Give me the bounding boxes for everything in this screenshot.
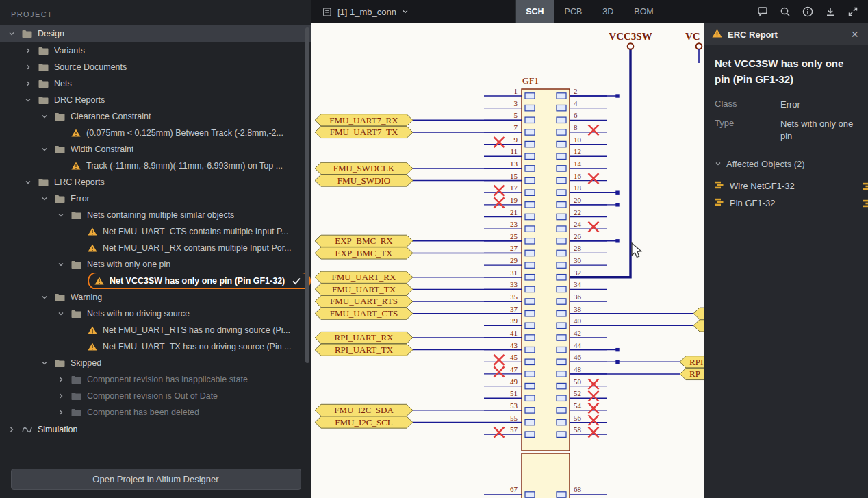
chevron-right-icon[interactable] — [25, 47, 38, 54]
tree-node-variants[interactable]: Variants — [0, 42, 311, 59]
tree-node-label: Net FMU_UART_CTS contains multiple Input… — [103, 227, 288, 236]
violation-item-track-11mm-8-9mm-11mm-6-993mm-on-top[interactable]: Track (-11mm,-8.9mm)(-11mm,-6.993mm) on … — [0, 158, 311, 174]
chevron-down-icon[interactable] — [25, 97, 38, 103]
svg-text:20: 20 — [574, 196, 582, 204]
tree-node-label: Skipped — [71, 358, 101, 368]
folder-icon — [71, 260, 81, 269]
chevron-down-icon[interactable] — [25, 179, 38, 186]
violation-item-net-vcc3sw-has-only-one-pin-pin-gf1-32[interactable]: Net VCC3SW has only one pin (Pin GF1-32) — [0, 273, 311, 289]
svg-text:36: 36 — [574, 292, 582, 301]
svg-text:15: 15 — [510, 172, 518, 180]
close-icon[interactable]: × — [850, 28, 860, 40]
svg-text:31: 31 — [510, 269, 518, 277]
chevron-down-icon[interactable] — [41, 146, 55, 153]
svg-text:5: 5 — [514, 111, 518, 119]
project-tree: DesignVariantsSource DocumentsNetsDRC Re… — [0, 23, 311, 460]
chevron-right-icon[interactable] — [25, 64, 38, 71]
tree-node-design[interactable]: Design — [0, 25, 311, 42]
chevron-down-icon[interactable] — [41, 294, 55, 301]
tree-node-simulation[interactable]: Simulation — [0, 421, 311, 438]
chevron-down-icon[interactable] — [58, 310, 71, 317]
document-selector[interactable]: [1] 1_mb_conn — [322, 6, 409, 18]
crossprobe-icon[interactable] — [863, 182, 868, 190]
download-icon[interactable] — [824, 5, 837, 18]
tree-node-clearance-constraint[interactable]: Clearance Constraint — [0, 108, 311, 125]
violation-item-0-075mm-0-125mm-between-track-2-8mm-2[interactable]: (0.075mm < 0.125mm) Between Track (-2.8m… — [0, 125, 311, 141]
tree-node-nets[interactable]: Nets — [0, 75, 311, 92]
svg-text:25: 25 — [510, 232, 518, 240]
svg-text:EXP_BMC_RX: EXP_BMC_RX — [335, 236, 393, 246]
chevron-down-icon[interactable] — [8, 30, 22, 37]
chevron-down-icon[interactable] — [41, 360, 55, 366]
search-icon[interactable] — [779, 5, 791, 18]
tree-node-component-has-been-deleted[interactable]: Component has been deleted — [0, 404, 311, 421]
tab-pcb[interactable]: PCB — [554, 0, 593, 23]
tree-node-erc-reports[interactable]: ERC Reports — [0, 174, 311, 190]
affected-object-pin-gf1-32[interactable]: Pin GF1-32 — [715, 195, 857, 212]
svg-text:13: 13 — [510, 160, 518, 168]
folder-icon — [22, 29, 32, 38]
comment-icon[interactable] — [756, 5, 769, 18]
tree-node-skipped[interactable]: Skipped — [0, 355, 311, 371]
tree-node-component-revision-has-inapplicable-state[interactable]: Component revision has inapplicable stat… — [0, 371, 311, 388]
folder-icon — [71, 392, 81, 401]
sidebar-scrollbar[interactable] — [305, 27, 309, 363]
violation-item-net-fmu-uart-tx-has-no-driving-source-pin[interactable]: Net FMU_UART_TX has no driving source (P… — [0, 338, 311, 355]
svg-text:12: 12 — [574, 147, 581, 155]
svg-text:2: 2 — [574, 87, 578, 95]
affected-objects-label: Affected Objects (2) — [726, 159, 805, 169]
chevron-down-icon[interactable] — [58, 261, 71, 268]
field-label: Type — [715, 118, 780, 142]
open-in-altium-designer-button[interactable]: Open Project in Altium Designer — [11, 469, 301, 490]
affected-objects-toggle[interactable]: Affected Objects (2) — [715, 159, 857, 169]
tab-bom[interactable]: BOM — [624, 0, 663, 23]
selected-violation[interactable]: Net VCC3SW has only one pin (Pin GF1-32) — [88, 273, 311, 289]
svg-text:49: 49 — [510, 377, 518, 386]
svg-text:68: 68 — [574, 485, 582, 493]
tree-node-warning[interactable]: Warning — [0, 289, 311, 306]
tree-node-drc-reports[interactable]: DRC Reports — [0, 92, 311, 108]
svg-text:34: 34 — [574, 280, 582, 288]
fullscreen-icon[interactable] — [847, 5, 859, 18]
svg-text:56: 56 — [574, 414, 582, 422]
svg-text:67: 67 — [510, 485, 518, 493]
affected-object-wire-netgf1-32[interactable]: Wire NetGF1-32 — [715, 177, 857, 195]
svg-text:26: 26 — [574, 232, 582, 240]
info-icon[interactable] — [802, 5, 814, 18]
violation-item-net-fmu-uart-cts-contains-multiple-input-p[interactable]: Net FMU_UART_CTS contains multiple Input… — [0, 223, 311, 240]
violation-item-net-fmu-uart-rx-contains-multiple-input-po[interactable]: Net FMU_UART_RX contains multiple Input … — [0, 240, 311, 256]
svg-text:28: 28 — [574, 244, 582, 252]
tree-node-nets-with-only-one-pin[interactable]: Nets with only one pin — [0, 256, 311, 273]
tab-3d[interactable]: 3D — [592, 0, 624, 23]
chevron-down-icon[interactable] — [41, 195, 55, 202]
tree-node-component-revision-is-out-of-date[interactable]: Component revision is Out of Date — [0, 388, 311, 404]
svg-text:42: 42 — [574, 329, 581, 337]
chevron-right-icon[interactable] — [58, 409, 71, 416]
violation-item-net-fmu-uart-rts-has-no-driving-source-pi[interactable]: Net FMU_UART_RTS has no driving source (… — [0, 322, 311, 338]
chevron-right-icon[interactable] — [58, 376, 71, 383]
tree-node-nets-with-no-driving-source[interactable]: Nets with no driving source — [0, 306, 311, 322]
warning-icon — [88, 227, 97, 236]
tab-sch[interactable]: SCH — [515, 0, 554, 23]
affected-objects-list: Wire NetGF1-32Pin GF1-32 — [715, 177, 857, 212]
tree-node-source-documents[interactable]: Source Documents — [0, 59, 311, 75]
svg-text:39: 39 — [510, 316, 518, 325]
svg-text:33: 33 — [510, 280, 518, 288]
svg-text:52: 52 — [574, 389, 581, 397]
crossprobe-icon[interactable] — [863, 199, 868, 208]
folder-icon — [55, 195, 65, 203]
chevron-down-icon[interactable] — [58, 212, 71, 219]
svg-text:58: 58 — [574, 425, 582, 434]
folder-icon — [71, 408, 81, 417]
component-designator[interactable]: GF1 — [522, 75, 539, 86]
tree-node-nets-containing-multiple-similar-objects[interactable]: Nets containing multiple similar objects — [0, 207, 311, 223]
chevron-right-icon[interactable] — [25, 80, 38, 87]
chevron-right-icon[interactable] — [58, 393, 71, 399]
schematic-canvas[interactable]: GF11234567891011121314151617181920212223… — [311, 23, 704, 498]
chevron-down-icon[interactable] — [41, 113, 55, 120]
tree-node-width-constraint[interactable]: Width Constraint — [0, 141, 311, 158]
folder-icon — [55, 293, 65, 302]
tree-node-label: Source Documents — [54, 62, 127, 72]
tree-node-error[interactable]: Error — [0, 190, 311, 207]
chevron-right-icon[interactable] — [8, 426, 22, 433]
